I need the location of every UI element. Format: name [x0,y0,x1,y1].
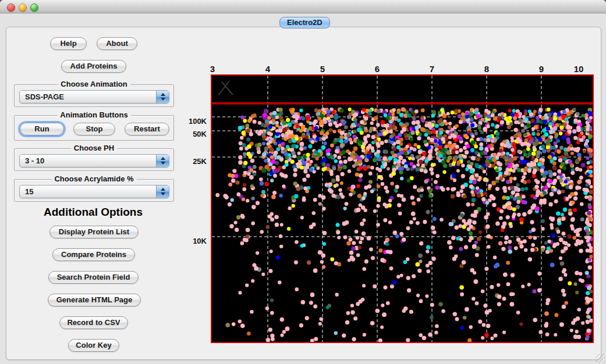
animation-buttons-title: Animation Buttons [57,110,130,119]
combobox-stepper-icon[interactable] [156,185,169,198]
mw-tick-label: 50K [193,130,207,138]
record-to-csv-button[interactable]: Record to CSV [59,316,128,329]
animation-combobox-value: SDS-PAGE [25,92,64,101]
choose-animation-group: Choose Animation SDS-PAGE [14,84,174,107]
gel-plot[interactable] [211,104,594,343]
generate-html-page-button[interactable]: Generate HTML Page [48,294,141,306]
ph-tick-label: 10 [574,64,584,74]
ph-tick-label: 8 [484,64,489,74]
mw-tick-label: 100K [189,117,207,126]
ph-tick-label: 5 [320,64,325,74]
mw-tick-label: 10K [193,237,207,245]
restart-button[interactable]: Restart [125,123,169,135]
additional-options-heading: Additional Options [0,206,186,219]
resize-grip-icon[interactable] [596,354,605,363]
combobox-stepper-icon[interactable] [156,155,169,167]
acrylamide-combobox[interactable]: 15 [19,185,169,198]
ief-strip-canvas [212,76,593,102]
compare-proteins-button[interactable]: Compare Proteins [52,248,135,261]
ph-tick-label: 9 [539,64,544,74]
electro2d-window: Electro2D Help About Add Proteins Choose… [0,0,606,364]
acrylamide-combobox-value: 15 [25,187,33,196]
about-button[interactable]: About [97,37,137,50]
mw-axis: 100K 50K 25K 10K [173,0,208,364]
display-protein-list-button[interactable]: Display Protein List [49,226,139,238]
choose-ph-title: Choose PH [71,144,117,152]
ief-strip [211,74,594,104]
ph-tick-label: 7 [430,64,434,74]
run-button[interactable]: Run [20,123,64,135]
choose-animation-title: Choose Animation [58,80,130,88]
color-key-button[interactable]: Color Key [68,339,119,352]
ph-tick-label: 6 [375,64,380,74]
minimize-window-icon[interactable] [19,3,27,12]
choose-ph-group: Choose PH 3 - 10 [14,148,174,171]
ph-axis: 3 4 5 6 7 8 9 10 [211,64,595,74]
animation-combobox[interactable]: SDS-PAGE [19,90,169,104]
stop-button[interactable]: Stop [73,123,115,135]
mw-tick-label: 25K [193,157,207,166]
zoom-window-icon[interactable] [30,3,38,12]
ph-tick-label: 3 [210,64,215,74]
combobox-stepper-icon[interactable] [156,91,169,103]
choose-acrylamide-title: Choose Acrylamide % [51,174,136,183]
add-proteins-button[interactable]: Add Proteins [61,60,126,73]
help-button[interactable]: Help [50,37,87,50]
tab-electro2d[interactable]: Electro2D [279,17,330,28]
window-titlebar [0,0,606,13]
ph-combobox-value: 3 - 10 [25,156,44,165]
ph-tick-label: 4 [265,64,270,74]
animation-buttons-group: Animation Buttons Run Stop Restart [14,115,174,141]
ph-combobox[interactable]: 3 - 10 [19,154,169,167]
close-window-icon[interactable] [7,3,15,12]
search-protein-field-button[interactable]: Search Protein Field [48,271,139,284]
choose-acrylamide-group: Choose Acrylamide % 15 [14,179,174,202]
gel-plot-canvas[interactable] [212,105,593,342]
